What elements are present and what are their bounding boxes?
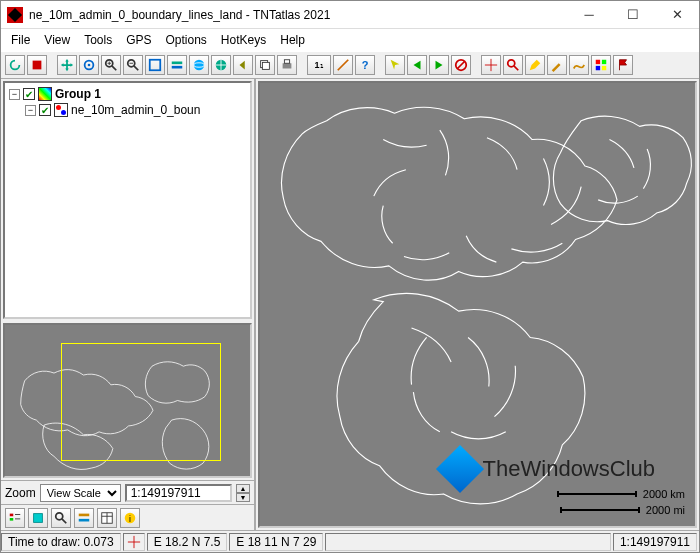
stop-icon[interactable] — [27, 55, 47, 75]
window-title: ne_10m_admin_0_boundary_lines_land - TNT… — [29, 8, 567, 22]
map-view[interactable]: 2000 km 2000 mi TheWindowsClub — [258, 81, 697, 528]
collapse-icon[interactable]: − — [9, 89, 20, 100]
close-button[interactable]: ✕ — [655, 1, 699, 29]
group-label: Group 1 — [55, 87, 101, 101]
overview-map[interactable] — [3, 323, 252, 478]
back-arrow-icon[interactable] — [407, 55, 427, 75]
recenter-icon[interactable] — [79, 55, 99, 75]
spin-up-icon[interactable]: ▲ — [236, 484, 250, 493]
scale-mi: 2000 mi — [560, 504, 685, 516]
svg-rect-38 — [79, 513, 90, 516]
zoom-mode-select[interactable]: View Scale — [40, 484, 121, 502]
layer-checkbox[interactable]: ✔ — [39, 104, 51, 116]
select-rect-icon[interactable] — [28, 508, 48, 528]
layer-node[interactable]: − ✔ ne_10m_admin_0_boun — [9, 103, 246, 117]
toolbar: 1₁ ? — [1, 51, 699, 79]
arrow-icon[interactable] — [385, 55, 405, 75]
svg-point-36 — [56, 512, 63, 519]
svg-rect-32 — [10, 518, 14, 521]
overview-viewport-rect[interactable] — [61, 343, 221, 461]
svg-rect-30 — [602, 66, 606, 70]
svg-rect-28 — [602, 60, 606, 64]
svg-point-25 — [508, 60, 515, 67]
menu-gps[interactable]: GPS — [126, 33, 151, 47]
status-scale: 1:149197911 — [613, 533, 697, 551]
left-panel: − ✔ Group 1 − ✔ ne_10m_admin_0_boun — [1, 79, 256, 530]
table-icon[interactable] — [97, 508, 117, 528]
fwd-arrow-icon[interactable] — [429, 55, 449, 75]
layer-label: ne_10m_admin_0_boun — [71, 103, 200, 117]
crosshair-icon[interactable] — [481, 55, 501, 75]
zoom-label: Zoom — [5, 486, 36, 500]
status-crosshair-icon[interactable] — [123, 533, 145, 551]
layer-tree[interactable]: − ✔ Group 1 − ✔ ne_10m_admin_0_boun — [3, 81, 252, 319]
minimize-button[interactable]: ─ — [567, 1, 611, 29]
zoom-in-icon[interactable] — [101, 55, 121, 75]
svg-line-37 — [62, 518, 66, 522]
group-checkbox[interactable]: ✔ — [23, 88, 35, 100]
spin-down-icon[interactable]: ▼ — [236, 493, 250, 502]
svg-point-13 — [194, 60, 205, 71]
measure-icon[interactable] — [333, 55, 353, 75]
scale-km: 2000 km — [557, 488, 685, 500]
collapse-icon[interactable]: − — [25, 105, 36, 116]
scale-mi-label: 2000 mi — [646, 504, 685, 516]
status-coord1: E 18.2 N 7.5 — [147, 533, 228, 551]
cancel-icon[interactable] — [451, 55, 471, 75]
edit-icon[interactable] — [525, 55, 545, 75]
menu-hotkeys[interactable]: HotKeys — [221, 33, 266, 47]
zoom-out-icon[interactable] — [123, 55, 143, 75]
flag-icon[interactable] — [613, 55, 633, 75]
status-spacer — [325, 533, 611, 551]
svg-rect-11 — [172, 62, 183, 65]
sketch-icon[interactable] — [569, 55, 589, 75]
print-icon[interactable] — [277, 55, 297, 75]
menubar: File View Tools GPS Options HotKeys Help — [1, 29, 699, 51]
titlebar: ne_10m_admin_0_boundary_lines_land - TNT… — [1, 1, 699, 29]
svg-rect-18 — [283, 63, 292, 68]
refresh-icon[interactable] — [5, 55, 25, 75]
menu-help[interactable]: Help — [280, 33, 305, 47]
zoom-layer-icon[interactable] — [167, 55, 187, 75]
info-icon[interactable]: i — [120, 508, 140, 528]
maximize-button[interactable]: ☐ — [611, 1, 655, 29]
zoom-value[interactable]: 1:149197911 — [125, 484, 232, 502]
scale-bars: 2000 km 2000 mi — [557, 488, 685, 516]
globe2-icon[interactable] — [211, 55, 231, 75]
svg-rect-35 — [34, 513, 43, 522]
drawtime-value: 0.073 — [84, 535, 114, 549]
zoom-tool-icon[interactable] — [503, 55, 523, 75]
menu-tools[interactable]: Tools — [84, 33, 112, 47]
pan-icon[interactable] — [57, 55, 77, 75]
palette-icon[interactable] — [591, 55, 611, 75]
zoom-extents-icon[interactable] — [145, 55, 165, 75]
svg-rect-29 — [596, 66, 600, 70]
svg-line-20 — [338, 60, 349, 71]
status-drawtime: Time to draw: 0.073 — [1, 533, 121, 551]
left-toolbar: i — [1, 504, 254, 530]
group-icon — [38, 87, 52, 101]
menu-file[interactable]: File — [11, 33, 30, 47]
copy-icon[interactable] — [255, 55, 275, 75]
svg-line-26 — [514, 66, 518, 70]
menu-options[interactable]: Options — [166, 33, 207, 47]
globe-icon[interactable] — [189, 55, 209, 75]
svg-line-8 — [134, 66, 138, 70]
layer-settings-icon[interactable] — [74, 508, 94, 528]
status-coord2: E 18 11 N 7 29 — [229, 533, 323, 551]
svg-rect-31 — [10, 513, 14, 516]
map-boundaries-icon — [260, 83, 695, 526]
menu-view[interactable]: View — [44, 33, 70, 47]
find-icon[interactable] — [51, 508, 71, 528]
pencil-icon[interactable] — [547, 55, 567, 75]
legend-icon[interactable] — [5, 508, 25, 528]
zoom-spinner[interactable]: ▲ ▼ — [236, 484, 250, 502]
svg-rect-19 — [284, 60, 289, 64]
prev-view-icon[interactable] — [233, 55, 253, 75]
svg-rect-39 — [79, 518, 90, 521]
group-node[interactable]: − ✔ Group 1 — [9, 87, 246, 101]
scalebar-line-icon — [557, 493, 637, 495]
question-icon[interactable]: ? — [355, 55, 375, 75]
one-to-one-icon[interactable]: 1₁ — [307, 55, 331, 75]
svg-rect-10 — [150, 60, 161, 71]
